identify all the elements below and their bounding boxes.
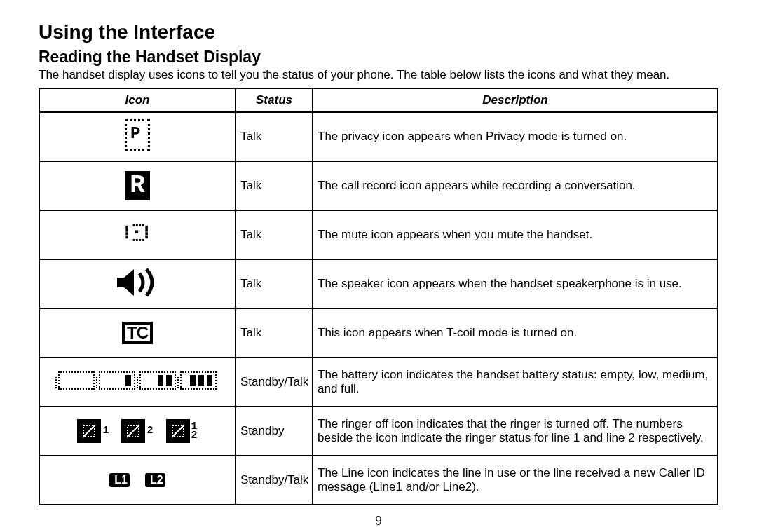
description: The privacy icon appears when Privacy mo… (313, 112, 718, 161)
speaker-icon (39, 259, 236, 308)
record-icon: R (39, 161, 236, 210)
table-header-row: Icon Status Description (39, 88, 718, 112)
table-row: ▪▪▪▪ ⁞⋅⁞ ▪▪▪▪ Talk The mute icon appears… (39, 210, 718, 259)
line2-icon: L2 (145, 473, 165, 487)
battery-medium-icon (139, 371, 176, 390)
description: The call record icon appears while recor… (313, 161, 718, 210)
description: The mute icon appears when you mute the … (313, 210, 718, 259)
tcoil-icon: TC (39, 308, 236, 357)
status: Talk (236, 112, 313, 161)
ringer-off-both-icon: 12 (166, 419, 198, 443)
col-status: Status (236, 88, 313, 112)
svg-line-6 (172, 425, 184, 437)
status: Standby (236, 407, 313, 456)
table-row: L1 L2 Standby/Talk The Line icon indicat… (39, 456, 718, 505)
table-row: Talk The speaker icon appears when the h… (39, 259, 718, 308)
description: The battery icon indicates the handset b… (313, 357, 718, 407)
battery-empty-icon (58, 371, 95, 390)
battery-icon (39, 357, 236, 407)
col-desc: Description (313, 88, 718, 112)
svg-marker-0 (117, 269, 134, 296)
table-row: R Talk The call record icon appears whil… (39, 161, 718, 210)
icon-table: Icon Status Description Talk The privacy… (39, 88, 718, 505)
svg-line-4 (127, 425, 139, 437)
table-row: TC Talk This icon appears when T-coil mo… (39, 308, 718, 357)
col-icon: Icon (39, 88, 236, 112)
table-row: Talk The privacy icon appears when Priva… (39, 112, 718, 161)
table-row: 1 2 12 Standby The ringer off icon indic… (39, 407, 718, 456)
intro-text: The handset display uses icons to tell y… (39, 68, 718, 82)
svg-line-2 (83, 425, 95, 437)
privacy-icon (39, 112, 236, 161)
ringer-off-line1-icon: 1 (77, 419, 109, 443)
section-title: Reading the Handset Display (39, 48, 718, 67)
status: Talk (236, 210, 313, 259)
description: The Line icon indicates the line in use … (313, 456, 718, 505)
manual-page: Using the Interface Reading the Handset … (0, 0, 757, 532)
description: The speaker icon appears when the handse… (313, 259, 718, 308)
battery-full-icon (180, 371, 217, 390)
mute-icon: ▪▪▪▪ ⁞⋅⁞ ▪▪▪▪ (39, 210, 236, 259)
battery-low-icon (99, 371, 135, 390)
line-icon: L1 L2 (39, 456, 236, 505)
status: Talk (236, 161, 313, 210)
page-number: 9 (39, 514, 718, 528)
ringer-off-icon: 1 2 12 (39, 407, 236, 456)
description: The ringer off icon indicates that the r… (313, 407, 718, 456)
status: Standby/Talk (236, 357, 313, 407)
status: Talk (236, 259, 313, 308)
line1-icon: L1 (109, 473, 130, 487)
ringer-off-line2-icon: 2 (121, 419, 153, 443)
status: Standby/Talk (236, 456, 313, 505)
table-row: Standby/Talk The battery icon indicates … (39, 357, 718, 407)
page-title: Using the Interface (39, 21, 718, 43)
status: Talk (236, 308, 313, 357)
description: This icon appears when T-coil mode is tu… (313, 308, 718, 357)
